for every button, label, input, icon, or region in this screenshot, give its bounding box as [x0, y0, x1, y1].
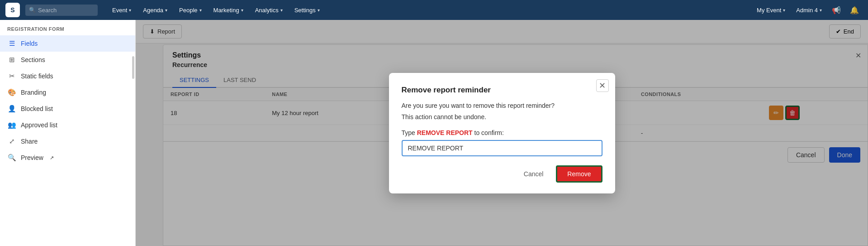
modal-body-line1: Are you sure you want to remove this rep… [402, 101, 602, 111]
sidebar-item-label: Preview [21, 154, 43, 161]
sidebar: REGISTRATION FORM ☰ Fields ⊞ Sections ✂ … [0, 20, 136, 246]
fields-icon: ☰ [7, 39, 16, 48]
modal-cancel-button[interactable]: Cancel [516, 165, 552, 183]
nav-people[interactable]: People ▾ [174, 4, 207, 16]
chevron-down-icon: ▾ [318, 8, 320, 13]
nav-marketing[interactable]: Marketing ▾ [208, 4, 249, 16]
static-fields-icon: ✂ [7, 72, 16, 80]
sidebar-item-label: Fields [21, 40, 38, 47]
sidebar-item-blocked-list[interactable]: 👤 Blocked list [0, 101, 135, 117]
sidebar-item-label: Approved list [21, 121, 57, 129]
search-wrapper: 🔍 [25, 5, 98, 16]
remove-report-modal: Remove report reminder ✕ Are you sure yo… [389, 73, 615, 193]
modal-confirm-label: Type REMOVE REPORT to confirm: [402, 129, 602, 136]
sections-icon: ⊞ [7, 56, 16, 64]
sidebar-item-static-fields[interactable]: ✂ Static fields [0, 68, 135, 84]
nav-settings[interactable]: Settings ▾ [289, 4, 325, 16]
chevron-down-icon: ▾ [165, 8, 167, 13]
sidebar-title: REGISTRATION FORM [0, 20, 135, 35]
scrollbar[interactable] [132, 56, 134, 79]
modal-body-line2: This action cannot be undone. [402, 112, 602, 122]
nav-right: My Event ▾ Admin 4 ▾ 📢 🔔 [752, 3, 863, 17]
search-input[interactable] [25, 5, 98, 16]
modal-overlay: Remove report reminder ✕ Are you sure yo… [136, 20, 868, 246]
modal-footer: Cancel Remove [402, 165, 602, 183]
sidebar-item-label: Sections [21, 56, 45, 63]
modal-close-button[interactable]: ✕ [596, 79, 609, 92]
app-logo[interactable]: S [5, 3, 20, 17]
branding-icon: 🎨 [7, 88, 16, 96]
main-nav: Event ▾ Agenda ▾ People ▾ Marketing ▾ An… [107, 4, 750, 16]
confirm-suffix: to confirm: [473, 129, 504, 136]
blocked-list-icon: 👤 [7, 105, 16, 113]
sidebar-item-label: Branding [21, 89, 46, 96]
main-layout: REGISTRATION FORM ☰ Fields ⊞ Sections ✂ … [0, 20, 868, 246]
modal-remove-button[interactable]: Remove [556, 165, 602, 183]
sidebar-item-share[interactable]: ⤢ Share [0, 133, 135, 150]
admin-button[interactable]: Admin 4 ▾ [792, 4, 826, 16]
preview-icon: 🔍 [7, 154, 16, 162]
sidebar-item-branding[interactable]: 🎨 Branding [0, 84, 135, 101]
sidebar-item-label: Share [21, 138, 38, 145]
top-navigation: S 🔍 Event ▾ Agenda ▾ People ▾ Marketing … [0, 0, 868, 20]
sidebar-item-label: Blocked list [21, 105, 53, 112]
content-area: ⬇ Report ✔ End Settings Recurrence SETTI… [136, 20, 868, 246]
share-icon: ⤢ [7, 137, 16, 145]
chevron-down-icon: ▾ [783, 8, 785, 13]
approved-list-icon: 👥 [7, 121, 16, 129]
chevron-down-icon: ▾ [241, 8, 243, 13]
sidebar-item-fields[interactable]: ☰ Fields [0, 35, 135, 52]
nav-analytics[interactable]: Analytics ▾ [250, 4, 288, 16]
nav-agenda[interactable]: Agenda ▾ [138, 4, 173, 16]
chevron-down-icon: ▾ [129, 8, 131, 13]
bell-icon[interactable]: 🔔 [846, 3, 863, 17]
chevron-down-icon: ▾ [280, 8, 283, 13]
chevron-down-icon: ▾ [199, 8, 202, 13]
my-event-button[interactable]: My Event ▾ [752, 4, 790, 16]
sidebar-item-label: Static fields [21, 72, 53, 80]
nav-event[interactable]: Event ▾ [107, 4, 137, 16]
sidebar-item-approved-list[interactable]: 👥 Approved list [0, 117, 135, 133]
notifications-icon[interactable]: 📢 [828, 3, 844, 17]
external-link-icon: ↗ [50, 155, 54, 161]
modal-title: Remove report reminder [402, 86, 602, 95]
sidebar-item-sections[interactable]: ⊞ Sections [0, 52, 135, 68]
confirm-prefix: Type [402, 129, 417, 136]
confirm-keyword: REMOVE REPORT [417, 129, 473, 136]
search-icon: 🔍 [29, 7, 36, 13]
confirm-input[interactable] [402, 140, 602, 156]
sidebar-item-preview[interactable]: 🔍 Preview ↗ [0, 150, 135, 166]
chevron-down-icon: ▾ [820, 8, 822, 13]
